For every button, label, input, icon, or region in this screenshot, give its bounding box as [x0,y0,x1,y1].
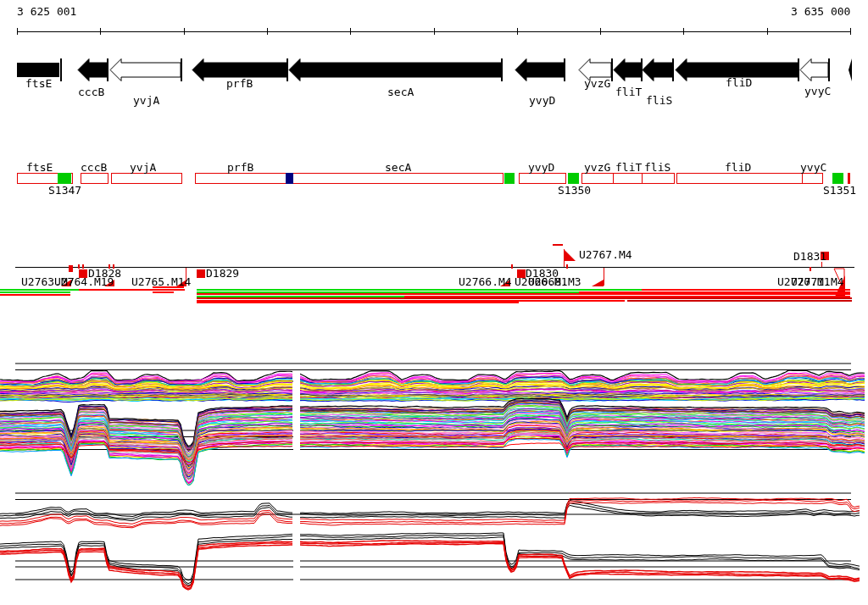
gene-label-yvyD[interactable]: yvyD [529,96,555,105]
tracks-and-plots-canvas [0,0,868,605]
gene-label-cccB[interactable]: cccB [78,87,104,97]
gene-label-ftsE[interactable]: ftsE [25,79,52,88]
segment-gene-label-fliS[interactable]: fliS [644,163,670,172]
gene-label-prfB[interactable]: prfB [226,79,253,88]
s-segment-label-S1351[interactable]: S1351 [823,186,856,195]
genome-browser-view: 3 625 001 3 635 000 ftsEcccByvjAprfBsecA… [0,0,868,605]
probe-label-D1829[interactable]: D1829 [206,269,239,278]
segment-gene-label-yvyC[interactable]: yvyC [800,163,826,172]
segment-gene-label-secA[interactable]: secA [385,163,411,172]
probe-label-D1831[interactable]: D1831 [793,252,826,261]
ruler-start-coordinate: 3 625 001 [17,7,76,16]
gene-label-yvyC[interactable]: yvyC [804,86,831,96]
probe-label-D1828[interactable]: D1828 [88,269,121,278]
segment-gene-label-prfB[interactable]: prfB [227,163,253,172]
segment-gene-label-fliT[interactable]: fliT [615,163,642,172]
gene-label-fliD[interactable]: fliD [726,78,752,87]
segment-gene-label-ftsE[interactable]: ftsE [26,163,53,172]
gene-label-yvzG[interactable]: yvzG [584,79,610,88]
s-segment-label-S1347[interactable]: S1347 [48,186,81,195]
probe-label-U2771.M4[interactable]: U2771.M4 [791,277,844,286]
probe-label-U2766.M4[interactable]: U2766.M4 [459,277,512,286]
gene-label-fliS[interactable]: fliS [646,96,672,105]
s-segment-label-S1350[interactable]: S1350 [558,186,591,195]
segment-gene-label-yvjA[interactable]: yvjA [130,163,156,172]
probe-label-U2068.M3[interactable]: U2068.M3 [528,277,581,286]
probe-label-U2765.M14[interactable]: U2765.M14 [131,277,191,286]
segment-gene-label-yvzG[interactable]: yvzG [584,163,610,172]
segment-gene-label-fliD[interactable]: fliD [725,163,751,172]
gene-label-secA[interactable]: secA [387,87,414,97]
probe-label-U2767.M4[interactable]: U2767.M4 [579,250,632,259]
ruler-end-coordinate: 3 635 000 [791,7,850,16]
gene-label-fliT[interactable]: fliT [615,87,642,97]
segment-gene-label-cccB[interactable]: cccB [81,163,107,172]
gene-label-yvjA[interactable]: yvjA [133,96,159,105]
segment-gene-label-yvyD[interactable]: yvyD [528,163,554,172]
